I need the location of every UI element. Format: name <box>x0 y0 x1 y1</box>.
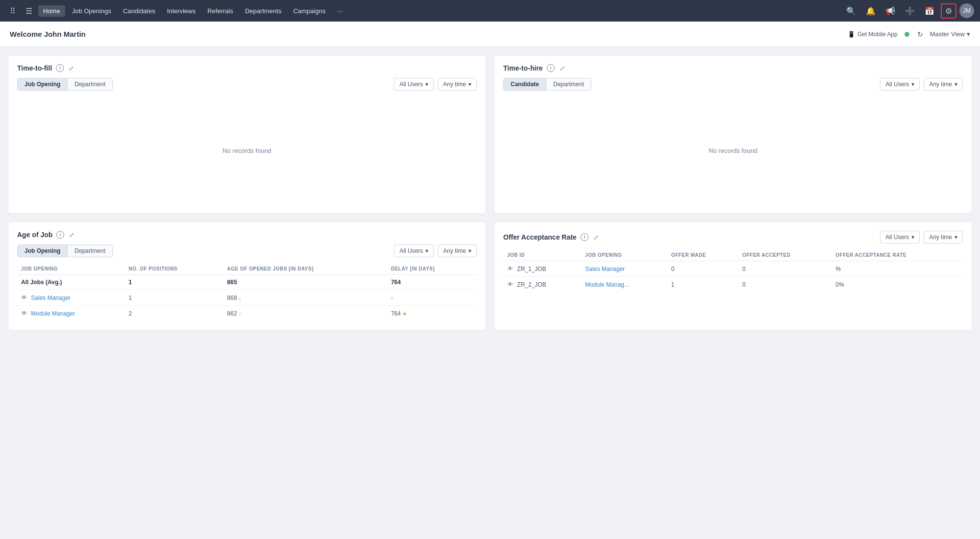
nav-interviews[interactable]: Interviews <box>162 5 201 17</box>
offer-made-cell: 0 <box>667 261 738 277</box>
search-icon[interactable]: 🔍 <box>843 4 859 18</box>
users-label: All Users <box>399 81 423 88</box>
offer-dropdowns: All Users ▾ Any time ▾ <box>880 231 963 244</box>
offer-users-label: All Users <box>885 234 909 241</box>
users-chevron-icon: ▾ <box>425 81 428 88</box>
tab-job-opening[interactable]: Job Opening <box>18 78 68 90</box>
down-arrow-icon: ↓ <box>239 295 242 301</box>
job-name-cell: 👁 Module Manager <box>17 306 125 321</box>
view-icon[interactable]: 👁 <box>21 310 27 317</box>
get-mobile-app-button[interactable]: 📱 Get Mobile App <box>848 31 898 38</box>
apps-grid-icon[interactable]: ⠿ <box>6 4 20 18</box>
add-icon[interactable]: ➕ <box>902 4 918 18</box>
hire-users-chevron-icon: ▾ <box>911 81 914 88</box>
hire-time-label: Any time <box>929 81 952 88</box>
refresh-button[interactable]: ↻ <box>917 30 923 38</box>
nav-referrals[interactable]: Referrals <box>202 5 238 17</box>
positions-cell: 1 <box>125 290 223 306</box>
offer-job-link-2[interactable]: Module Manag... <box>585 281 629 288</box>
nav-home[interactable]: Home <box>38 5 65 17</box>
time-to-fill-card: Time-to-fill i ⤢ Job Opening Department … <box>8 55 486 214</box>
tab-age-job-opening[interactable]: Job Opening <box>18 245 68 257</box>
offer-users-dropdown[interactable]: All Users ▾ <box>880 231 920 244</box>
online-status-dot <box>905 32 909 37</box>
notification-bell-icon[interactable]: 🔔 <box>862 4 879 18</box>
time-to-fill-info-icon[interactable]: i <box>56 64 64 72</box>
time-to-hire-no-records: No records found <box>503 97 963 204</box>
offer-job-link-1[interactable]: Sales Manager <box>585 266 625 272</box>
col-positions: NO. OF POSITIONS <box>125 263 223 275</box>
welcome-message: Welcome John Martin <box>10 30 848 38</box>
offer-accepted-cell: 0 <box>738 261 832 277</box>
acceptance-rate-cell: % <box>832 261 963 277</box>
age-of-job-table: JOB OPENING NO. OF POSITIONS AGE OF OPEN… <box>17 263 477 321</box>
time-to-fill-header: Time-to-fill i ⤢ <box>17 64 477 72</box>
hire-time-chevron-icon: ▾ <box>955 81 957 88</box>
tab-department[interactable]: Department <box>68 78 112 90</box>
header-actions: 📱 Get Mobile App ↻ Master View ▾ <box>848 30 970 38</box>
age-time-label: Any time <box>443 247 466 254</box>
time-to-fill-expand-icon[interactable]: ⤢ <box>69 65 74 72</box>
time-to-fill-tab-group: Job Opening Department <box>17 78 113 91</box>
view-icon[interactable]: 👁 <box>507 265 514 272</box>
star-icon: ★ <box>402 311 407 317</box>
time-to-hire-controls: Candidate Department All Users ▾ Any tim… <box>503 78 963 91</box>
age-of-job-time-dropdown[interactable]: Any time ▾ <box>438 245 477 257</box>
nav-more[interactable]: ··· <box>332 5 347 17</box>
age-of-job-title: Age of Job <box>17 231 52 239</box>
col-offer-made: OFFER MADE <box>667 249 738 261</box>
offer-time-label: Any time <box>929 234 952 241</box>
age-users-chevron-icon: ▾ <box>425 247 428 254</box>
master-view-label: Master View <box>930 30 965 38</box>
module-manager-link[interactable]: Module Manager <box>31 310 75 317</box>
time-to-fill-users-dropdown[interactable]: All Users ▾ <box>394 78 434 91</box>
hamburger-menu-icon[interactable]: ☰ <box>22 4 36 18</box>
calendar-icon[interactable]: 📅 <box>921 4 938 18</box>
hire-users-label: All Users <box>885 81 909 88</box>
tab-hire-department[interactable]: Department <box>546 78 591 90</box>
tab-age-department[interactable]: Department <box>68 245 112 257</box>
time-to-fill-no-records: No records found <box>17 97 477 204</box>
time-to-hire-time-dropdown[interactable]: Any time ▾ <box>924 78 963 91</box>
offer-acceptance-header-row: Offer Acceptance Rate i ⤢ All Users ▾ An… <box>503 231 963 244</box>
col-offer-accepted: OFFER ACCEPTED <box>738 249 832 261</box>
offer-time-dropdown[interactable]: Any time ▾ <box>924 231 963 244</box>
time-to-fill-title: Time-to-fill <box>17 64 52 72</box>
time-to-hire-title: Time-to-hire <box>503 64 543 72</box>
view-icon[interactable]: 👁 <box>21 294 27 301</box>
announcement-icon[interactable]: 📢 <box>882 4 899 18</box>
nav-departments[interactable]: Departments <box>240 5 286 17</box>
time-to-hire-header: Time-to-hire i ⤢ <box>503 64 963 72</box>
offer-made-cell: 1 <box>667 277 738 293</box>
nav-job-openings[interactable]: Job Openings <box>67 5 116 17</box>
col-job-opening: JOB OPENING <box>581 249 667 261</box>
nav-campaigns[interactable]: Campaigns <box>288 5 330 17</box>
time-to-hire-expand-icon[interactable]: ⤢ <box>560 65 565 72</box>
nav-candidates[interactable]: Candidates <box>118 5 160 17</box>
time-to-hire-info-icon[interactable]: i <box>547 64 555 72</box>
master-view-button[interactable]: Master View ▾ <box>930 30 970 38</box>
time-to-hire-users-dropdown[interactable]: All Users ▾ <box>880 78 920 91</box>
settings-icon[interactable]: ⚙ <box>941 3 956 19</box>
age-of-job-info-icon[interactable]: i <box>56 231 64 239</box>
age-of-job-users-dropdown[interactable]: All Users ▾ <box>394 245 434 257</box>
time-to-fill-time-dropdown[interactable]: Any time ▾ <box>438 78 477 91</box>
delay-cell: 764 <box>387 275 477 290</box>
main-content: Time-to-fill i ⤢ Job Opening Department … <box>0 47 980 338</box>
job-opening-cell: Sales Manager <box>581 261 667 277</box>
offer-acceptance-info-icon[interactable]: i <box>581 233 588 241</box>
job-name-cell: All Jobs (Avg.) <box>17 275 125 290</box>
offer-acceptance-title: Offer Acceptance Rate <box>503 233 577 241</box>
sales-manager-link[interactable]: Sales Manager <box>31 294 71 301</box>
age-of-job-tab-group: Job Opening Department <box>17 245 113 257</box>
offer-acceptance-card: Offer Acceptance Rate i ⤢ All Users ▾ An… <box>494 221 972 330</box>
offer-acceptance-expand-icon[interactable]: ⤢ <box>593 234 599 241</box>
view-icon[interactable]: 👁 <box>507 281 514 288</box>
tab-candidate[interactable]: Candidate <box>504 78 546 90</box>
age-of-job-expand-icon[interactable]: ⤢ <box>69 231 74 239</box>
user-avatar[interactable]: JM <box>959 3 974 18</box>
master-view-chevron-icon: ▾ <box>967 30 970 38</box>
job-id-cell: 👁 ZR_1_JOB <box>503 261 581 277</box>
offer-acceptance-table: JOB ID JOB OPENING OFFER MADE OFFER ACCE… <box>503 249 963 292</box>
table-row: 👁 ZR_2_JOB Module Manag... 1 0 0% <box>503 277 963 293</box>
